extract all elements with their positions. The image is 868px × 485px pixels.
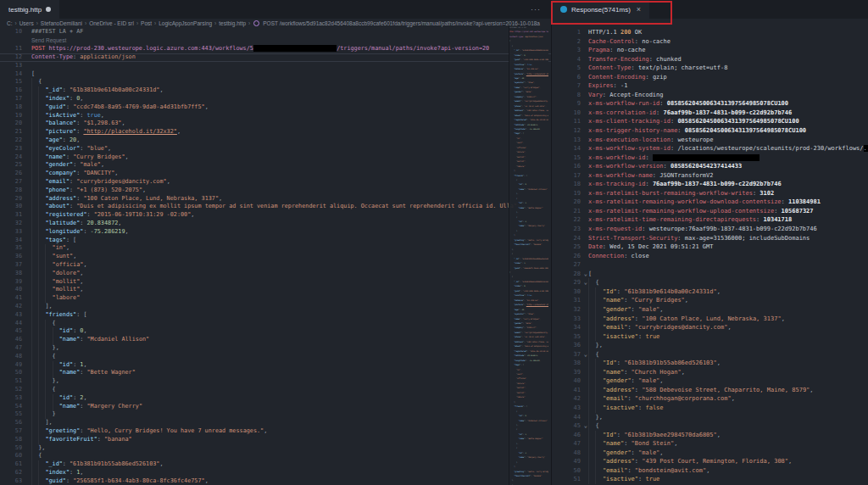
code-line: 27 "email": "currybridges@dancity.com", [0, 178, 551, 187]
code-line: 23x-ms-request-id: westeurope:76aaf99b-1… [552, 225, 868, 234]
code-line: 16 "_id": "61b381b9e614b0a00c24331d", [0, 86, 551, 95]
code-line: 41 "address": "588 Debevoise Street, Cha… [552, 386, 868, 395]
code-line: 36 }, [552, 341, 868, 350]
code-line: 48 { [0, 353, 551, 361]
line-number: 40 [0, 286, 31, 294]
minimap-content: ###TEST LA + AFPOST https://prod-230.wes… [509, 25, 548, 485]
code-line: 8Vary: Accept-Encoding [552, 91, 868, 100]
code-line: 62 "index": 1, [0, 469, 551, 477]
breadcrumb-separator: › [136, 20, 138, 26]
line-number: 35 [0, 244, 31, 253]
line-number: 51 [552, 475, 588, 484]
code-line: 53 "id": 2, [0, 394, 551, 403]
code-line: 47 "name": "Bond Stein", [552, 439, 868, 449]
code-line: 39 "mollit", [0, 278, 551, 287]
line-number: 3 [552, 46, 588, 55]
code-line: 54 "name": "Margery Cherry" [0, 403, 551, 411]
modified-dot-icon[interactable] [46, 7, 51, 12]
line-number: 33 [552, 315, 588, 324]
line-number: 26 [552, 252, 588, 261]
code-line: 46 "Id": "61b381b9aee2984570da6805", [552, 431, 868, 440]
line-number: 17 [552, 171, 588, 181]
line-number: 44 [0, 320, 31, 328]
breadcrumb-item[interactable]: Users [19, 20, 34, 26]
code-line: 43 "friends": [ [0, 311, 551, 320]
line-number: 27 [0, 178, 31, 187]
send-request-codelens[interactable]: Send Request [0, 36, 551, 46]
code-line: 22x-ms-ratelimit-time-remaining-directap… [552, 215, 868, 225]
fold-chevron-icon[interactable]: ⌄ [584, 421, 587, 431]
line-number: 8 [552, 91, 588, 100]
line-number: 61 [0, 460, 31, 469]
fold-chevron-icon[interactable]: ⌄ [584, 350, 587, 360]
fold-chevron-icon[interactable]: ⌄ [584, 278, 587, 287]
code-line: 24Strict-Transport-Security: max-age=315… [552, 234, 868, 243]
line-number: 26 [0, 170, 31, 178]
code-line: 10x-ms-correlation-id: 76aaf99b-1837-483… [552, 109, 868, 118]
code-line: 56 ], [0, 419, 551, 427]
line-number: 17 [0, 95, 31, 103]
code-line: 7Expires: -1 [552, 81, 868, 91]
line-number: 31 [0, 211, 31, 220]
breadcrumb-item[interactable]: Post [141, 20, 152, 26]
code-line: 51 }, [0, 377, 551, 386]
code-line: 61 "_id": "61b381b91b55ab86ed526103", [0, 460, 551, 469]
code-line: 30 "Id": "61b381b9e614b0a00c24331d", [552, 287, 868, 297]
code-line: 35 "isactive": true [552, 332, 868, 342]
code-line: 41 "labore" [0, 294, 551, 303]
line-number: 5 [552, 64, 588, 73]
breadcrumb-item[interactable]: StefanoDemiliani [41, 20, 82, 26]
line-number: 49 [0, 361, 31, 370]
breadcrumb-item[interactable]: C: [7, 20, 13, 26]
code-line: 32 "gender": "male", [552, 305, 868, 315]
code-line: 57 "greeting": "Hello, Curry Bridges! Yo… [0, 427, 551, 436]
fold-chevron-icon[interactable]: ⌄ [584, 270, 587, 279]
code-line: 37 "officia", [0, 261, 551, 270]
code-line: 39 "name": "Church Hogan", [552, 368, 868, 377]
code-line: 26Connection: close [552, 252, 868, 261]
line-number: 16 [0, 86, 31, 95]
code-line: 6Content-Encoding: gzip [552, 73, 868, 82]
line-number: 29 [0, 195, 31, 203]
editor-response[interactable]: 1HTTP/1.1 200 OK2Cache-Control: no-cache… [552, 28, 868, 485]
line-number: 30 [0, 203, 31, 211]
code-line: 10###TEST LA + AF [0, 28, 551, 36]
line-number: 32 [552, 305, 588, 315]
line-number: 25 [552, 242, 588, 252]
line-number: 43 [552, 404, 588, 413]
line-number: 46 [0, 336, 31, 344]
editor-group-response: Response(5741ms) × 1HTTP/1.1 200 OK2Cach… [551, 0, 868, 485]
breadcrumb-item[interactable]: testbig.http [219, 20, 246, 26]
line-number: 24 [552, 234, 588, 243]
editor-left[interactable]: 10###TEST LA + AFSend Request11POST http… [0, 28, 551, 485]
line-number: 36 [552, 341, 588, 350]
tab-response[interactable]: Response(5741ms) × [552, 0, 649, 19]
line-number: 46 [552, 431, 588, 440]
breadcrumb-item[interactable]: LogicAppJsonParsing [159, 20, 212, 26]
close-icon[interactable]: × [637, 5, 641, 14]
code-line: 42 "email": "churchhogan@corporana.com", [552, 394, 868, 404]
breadcrumb-request[interactable]: POST /workflows/5d91ac82d456408a8ccb99ca… [263, 20, 540, 26]
line-number: 19 [0, 112, 31, 120]
code-line: 22 "age": 20, [0, 137, 551, 145]
line-number: 34 [552, 323, 588, 332]
line-number: 13 [0, 62, 31, 70]
line-number: 56 [0, 419, 31, 427]
breadcrumb-separator: › [36, 20, 38, 26]
line-number: 37⌄ [552, 350, 588, 360]
minimap[interactable]: ###TEST LA + AFPOST https://prod-230.wes… [509, 25, 548, 485]
code-line: 34 "email": "currybridges@dancity.com", [552, 323, 868, 332]
breadcrumb-item[interactable]: OneDrive - EID srl [89, 20, 134, 26]
tab-testbig-http[interactable]: testbig.http [0, 0, 59, 19]
code-line: 28⌄[ [552, 270, 868, 279]
line-number: 9 [552, 99, 588, 109]
line-number: 57 [0, 427, 31, 436]
code-line: 49 "address": "439 Post Court, Remington… [552, 457, 868, 466]
editor-actions-ellipsis-icon[interactable]: ··· [531, 5, 551, 14]
code-line: 24 "name": "Curry Bridges", [0, 153, 551, 162]
code-line: 25 "gender": "male", [0, 161, 551, 170]
line-number: 49 [552, 457, 588, 466]
line-number: 30 [552, 287, 588, 297]
code-line: 48 "gender": "male", [552, 449, 868, 458]
code-line: 26 "company": "DANCITY", [0, 170, 551, 178]
